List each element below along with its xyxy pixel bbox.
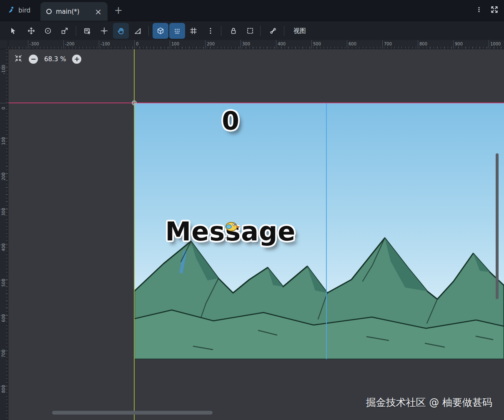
ruler-tick [489,40,489,49]
bird-sprite[interactable] [223,219,240,233]
ruler-label: 0 [1,107,6,110]
rotate-tool-button[interactable] [40,23,56,39]
zoom-controls: − 68.3 % + [14,54,81,64]
ruler-label: -300 [30,42,39,46]
ruler-label: 1000 [490,42,501,46]
toolbar-separator [284,26,284,36]
origin-handle[interactable] [132,100,137,105]
ruler-tick [347,40,347,49]
ruler-label: 700 [1,350,6,358]
toolbar-separator [148,26,149,36]
ruler-tick [418,40,418,49]
canvas[interactable]: 0 Message [8,49,504,420]
ruler-top: -300 -200 -100 0 100 200 300 400 500 600… [8,40,504,49]
watermark: 掘金技术社区 @ 柚要做甚码 [366,396,492,409]
zoom-in-button[interactable]: + [72,55,81,64]
select-tool-button[interactable] [5,23,21,39]
project-tab-bird[interactable]: bird [8,0,30,21]
position-gizmo-cross[interactable] [225,235,231,240]
ruler-label: 200 [207,42,215,46]
ruler-left: -100 0 100 200 300 400 500 600 700 800 [0,49,8,420]
pan-tool-button[interactable] [113,23,129,39]
ruler-label: -100 [100,42,110,46]
view-menu[interactable]: 视图 [288,23,312,39]
ruler-label: 100 [171,42,179,46]
ruler-tick [99,40,99,49]
ruler-tick [453,40,454,49]
camera-limit-line [326,103,327,359]
new-tab-button[interactable]: + [112,0,125,21]
run-figure-icon [8,6,15,15]
smart-snap-button[interactable] [153,23,168,39]
ruler-tick [311,40,312,49]
ruler-label: 600 [349,42,356,46]
ruler-label: 300 [1,208,6,216]
ruler-label: 0 [136,42,138,46]
ruler-corner [0,40,8,49]
grid-config-button[interactable] [186,23,201,39]
ruler-tick [205,40,206,49]
move-tool-button[interactable] [23,23,39,39]
ruler-label: 400 [278,42,286,46]
ruler-tick [241,40,241,49]
tab-main-label: main(*) [56,8,80,15]
horizontal-scrollbar-thumb[interactable] [52,411,213,415]
ruler-tick [170,40,170,49]
zoom-out-button[interactable]: − [29,55,38,64]
ruler-tick [0,103,8,103]
ruler-tool-button[interactable] [130,23,145,39]
x-axis-guide-line [8,102,504,103]
scene-viewport[interactable]: 0 Message [134,103,504,359]
ruler-label: 800 [1,385,6,393]
ruler-label: 400 [1,243,6,251]
vertical-scrollbar-thumb[interactable] [496,153,499,299]
lock-node-button[interactable] [226,23,241,39]
scene-node-icon [46,9,52,14]
center-view-icon[interactable] [14,54,23,64]
ruler-label: -200 [65,42,75,46]
skeleton-bone-button[interactable] [265,23,281,39]
pivot-tool-button[interactable] [96,23,112,39]
close-tab-icon[interactable]: × [95,8,102,16]
ruler-label: 500 [313,42,321,46]
list-select-tool-button[interactable] [80,23,95,39]
ruler-tick [382,40,383,49]
ruler-label: 500 [1,279,6,287]
ruler-tick [63,40,64,49]
tab-bar: bird main(*) × + [0,0,504,21]
more-menu-icon[interactable] [476,6,482,15]
ruler-label: -100 [1,65,6,74]
grid-snap-button[interactable] [169,23,185,39]
group-node-button[interactable] [242,23,258,39]
tab-main[interactable]: main(*) × [40,2,108,21]
ruler-label: 700 [384,42,392,46]
ruler-label: 800 [419,42,427,46]
score-label[interactable]: 0 [134,106,327,135]
ruler-label: 900 [455,42,463,46]
snap-options-menu-icon[interactable] [203,23,218,39]
ruler-tick [28,40,28,49]
ruler-label: 100 [1,137,6,145]
ruler-tick [134,40,135,49]
scale-tool-button[interactable] [57,23,73,39]
ruler-tick [276,40,276,49]
toolbar: 视图 [0,21,504,40]
toolbar-separator [221,26,221,36]
toolbar-separator [76,26,76,36]
fullscreen-icon[interactable] [491,6,498,15]
ruler-label: 200 [1,172,6,180]
tabbar-right-actions [476,0,498,21]
editor-window: bird main(*) × + [0,0,504,420]
project-tab-label: bird [18,7,30,14]
toolbar-separator [260,26,261,36]
zoom-percentage[interactable]: 68.3 % [44,55,66,63]
ruler-label: 300 [242,42,250,46]
ruler-label: 600 [1,314,6,322]
